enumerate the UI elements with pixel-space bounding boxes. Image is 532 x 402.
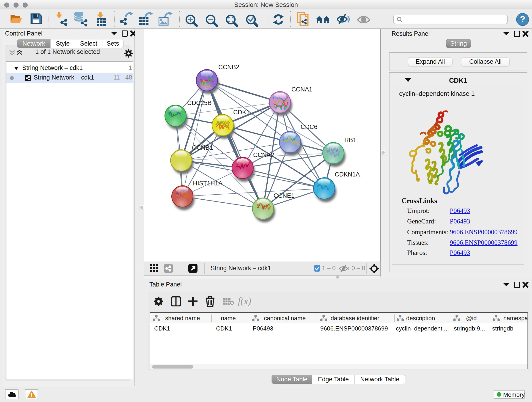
svg-text:CDKN1A: CDKN1A <box>335 171 360 178</box>
svg-text:RB1: RB1 <box>344 137 356 143</box>
svg-text:CCNA1: CCNA1 <box>291 86 312 93</box>
svg-text:CCNB2: CCNB2 <box>218 64 239 70</box>
svg-text:CCNE1: CCNE1 <box>273 192 295 199</box>
svg-text:CDC6: CDC6 <box>301 123 317 130</box>
svg-text:CDK1: CDK1 <box>233 109 250 116</box>
svg-text:?: ? <box>520 14 525 24</box>
svg-text:CDC25B: CDC25B <box>187 99 212 106</box>
svg-text:CCNA2: CCNA2 <box>253 152 274 158</box>
svg-text:HIST1H1A: HIST1H1A <box>193 180 222 187</box>
svg-text:CCNB1: CCNB1 <box>192 144 213 151</box>
